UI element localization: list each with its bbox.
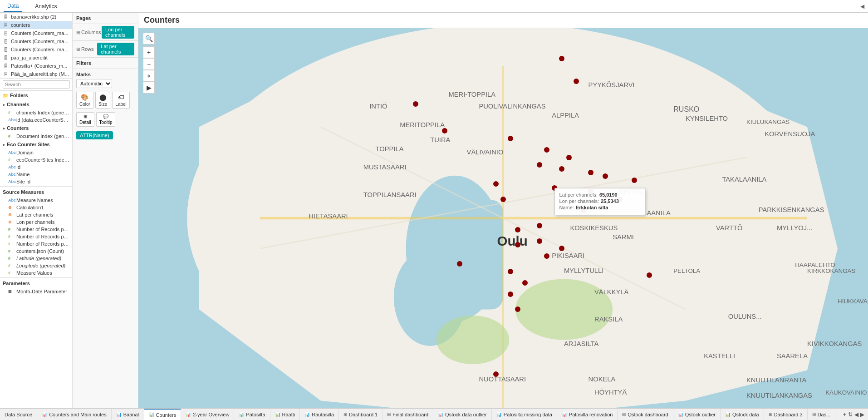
datasource-counters-ma1[interactable]: 🗄 Counters (Counters_ma... xyxy=(0,29,72,37)
map-dot-2[interactable] xyxy=(574,79,579,84)
tab-rautasilta[interactable]: 📊 Rautasilta xyxy=(300,409,339,420)
map-dot-21[interactable] xyxy=(537,238,542,244)
field-name[interactable]: Abc Name xyxy=(0,171,72,178)
eco-counter-sites-header[interactable]: ▸ Eco Counter Sites xyxy=(0,140,72,149)
map-dot-7[interactable] xyxy=(566,155,572,160)
map-dot-1[interactable] xyxy=(559,56,564,61)
tab-final-dashboard[interactable]: ⊞ Final dashboard xyxy=(383,409,433,420)
tab-das[interactable]: ⊞ Das... xyxy=(808,409,836,420)
channels-header[interactable]: ▸ Channels xyxy=(0,100,72,109)
field-lon-per-channels[interactable]: ⊕ Lon per channels xyxy=(0,218,72,226)
marks-type-select[interactable]: Automatic xyxy=(76,79,112,88)
rows-pill[interactable]: Lat per channels xyxy=(97,43,134,55)
map-arrow-button[interactable]: ▶ xyxy=(143,82,155,94)
tab-baanat[interactable]: 📊 Baanat xyxy=(112,409,144,420)
field-eco-index[interactable]: # ecoCounterSites Index ... xyxy=(0,156,72,163)
field-id[interactable]: Abc Id xyxy=(0,163,72,171)
counters-header[interactable]: ▸ Counters xyxy=(0,124,72,133)
collapse-arrow[interactable]: ◀ xyxy=(860,3,864,10)
map-dot-5[interactable] xyxy=(508,136,513,141)
map-dot-13[interactable] xyxy=(493,181,499,187)
map-search-button[interactable]: 🔍 xyxy=(143,33,155,44)
tab-counters[interactable]: 📊 Counters xyxy=(144,409,181,420)
map-dot-24[interactable] xyxy=(544,253,549,259)
marks-color-button[interactable]: 🎨 Color xyxy=(76,92,93,109)
search-input[interactable] xyxy=(3,80,70,89)
field-month-date-param[interactable]: ⊞ Month-Date Parameter xyxy=(0,288,72,295)
sort-button[interactable]: ⇅ xyxy=(848,411,853,418)
map-dot-12[interactable] xyxy=(632,178,637,183)
field-channels-id[interactable]: Abc id (data.ecoCounterSit... xyxy=(0,116,72,124)
map-dot-22[interactable] xyxy=(515,242,520,247)
map-dot-25[interactable] xyxy=(457,261,462,267)
tab-dashboard1[interactable]: ⊞ Dashboard 1 xyxy=(339,409,383,420)
map-dot-8[interactable] xyxy=(537,162,542,168)
field-document-index[interactable]: # Document Index (gene... xyxy=(0,133,72,140)
datasource-counters-ma2[interactable]: 🗄 Counters (Counters_ma... xyxy=(0,37,72,45)
marks-tooltip-button[interactable]: 💬 Tooltip xyxy=(96,112,116,127)
map-dot-20[interactable] xyxy=(515,227,520,232)
tab-dashboard3[interactable]: ⊞ Dashboard 3 xyxy=(764,409,808,420)
tab-qstock-outlier[interactable]: 📊 Qstock data outlier xyxy=(433,409,492,420)
tab-patosilta-missing[interactable]: 📊 Patosilta missing data xyxy=(492,409,557,420)
marks-size-button[interactable]: ⬤ Size xyxy=(95,92,110,109)
columns-pill[interactable]: Lon per channels xyxy=(102,26,134,39)
tab-patosilta-renovation[interactable]: 📊 Patosilta renovation xyxy=(557,409,618,420)
map-dot-9[interactable] xyxy=(559,166,564,172)
field-num-records-3[interactable]: # Number of Records per ec... xyxy=(0,240,72,247)
field-channels-index[interactable]: # channels Index (genera... xyxy=(0,109,72,116)
field-measure-names[interactable]: Abc Measure Names xyxy=(0,197,72,204)
map-dot-31[interactable] xyxy=(493,371,499,377)
tab-qstock-outlier2[interactable]: 📊 Qstock outlier xyxy=(673,409,721,420)
datasource-baanaverkko[interactable]: 🗄 baanaverkko.shp (2) xyxy=(0,13,72,21)
folders-header[interactable]: 📁 Folders xyxy=(0,91,72,100)
tab-patosilta[interactable]: 📊 Patosilta xyxy=(234,409,270,420)
field-counters-count[interactable]: # counters.json (Count) xyxy=(0,247,72,255)
field-domain[interactable]: Abc Domain xyxy=(0,149,72,156)
map-zoom-in-button[interactable]: + xyxy=(143,46,155,58)
datasource-paa2[interactable]: 🗄 Pää_ja_aluereitit.shp (M... xyxy=(0,70,72,78)
map-dot-4[interactable] xyxy=(442,128,447,133)
map-dot-6[interactable] xyxy=(544,147,549,153)
map-dot-26[interactable] xyxy=(508,269,513,274)
tab-data[interactable]: Data xyxy=(4,1,22,12)
source-measures-header[interactable]: Source Measures xyxy=(0,188,72,197)
field-site-id[interactable]: Abc Site Id xyxy=(0,178,72,185)
map-dot-29[interactable] xyxy=(508,292,513,297)
field-measure-values[interactable]: # Measure Values xyxy=(0,269,72,277)
datasource-paa[interactable]: 🗄 paa_ja_aluereitit xyxy=(0,54,72,62)
map-dot-10[interactable] xyxy=(588,170,593,175)
field-num-records-1[interactable]: # Number of Records per c... xyxy=(0,226,72,233)
parameters-header[interactable]: Parameters xyxy=(0,279,72,288)
field-num-records-2[interactable]: # Number of Records per c... xyxy=(0,233,72,240)
field-calculation1[interactable]: ⊕ Calculation1 xyxy=(0,204,72,211)
scroll-right-button[interactable]: ▶ xyxy=(860,411,864,418)
field-lat-per-channels[interactable]: ⊕ Lat per channels xyxy=(0,211,72,218)
new-sheet-button[interactable]: + xyxy=(843,411,846,418)
map-dot-3[interactable] xyxy=(413,101,418,107)
map-dot-23[interactable] xyxy=(559,246,564,251)
datasource-counters-ma3[interactable]: 🗄 Counters (Counters_ma... xyxy=(0,45,72,54)
datasource-patosilta[interactable]: 🗄 Patosilta+ (Counters_m... xyxy=(0,62,72,70)
tab-data-source[interactable]: Data Source xyxy=(0,409,37,420)
map-dot-28[interactable] xyxy=(522,280,528,286)
tab-qstock-dashboard[interactable]: ⊞ Qstock dashboard xyxy=(618,409,673,420)
attr-pill[interactable]: ATTR(Name) xyxy=(76,131,113,139)
tab-counters-main[interactable]: 📊 Counters and Main routes xyxy=(37,409,112,420)
map-dot-30[interactable] xyxy=(515,306,520,312)
map-dot-19[interactable] xyxy=(537,223,542,228)
map-zoom-out-button[interactable]: − xyxy=(143,58,155,70)
marks-label-button[interactable]: 🏷 Label xyxy=(112,92,129,109)
tab-raatti[interactable]: 📊 Raatti xyxy=(270,409,300,420)
map-dot-27[interactable] xyxy=(647,272,652,278)
scroll-left-button[interactable]: ◀ xyxy=(854,411,858,418)
tab-2year[interactable]: 📊 2-year Overview xyxy=(181,409,234,420)
map-dot-17[interactable] xyxy=(500,197,506,202)
field-latitude-generated[interactable]: # Latitude (generated) xyxy=(0,255,72,262)
marks-detail-button[interactable]: ⊞ Detail xyxy=(76,112,94,127)
datasource-counters[interactable]: 🗄 counters xyxy=(0,21,72,29)
tab-qstock-data[interactable]: 📊 Qstock data xyxy=(721,409,764,420)
map-home-button[interactable]: ⌖ xyxy=(143,70,155,82)
field-longitude-generated[interactable]: # Longitude (generated) xyxy=(0,262,72,269)
tab-analytics[interactable]: Analytics xyxy=(31,1,60,11)
